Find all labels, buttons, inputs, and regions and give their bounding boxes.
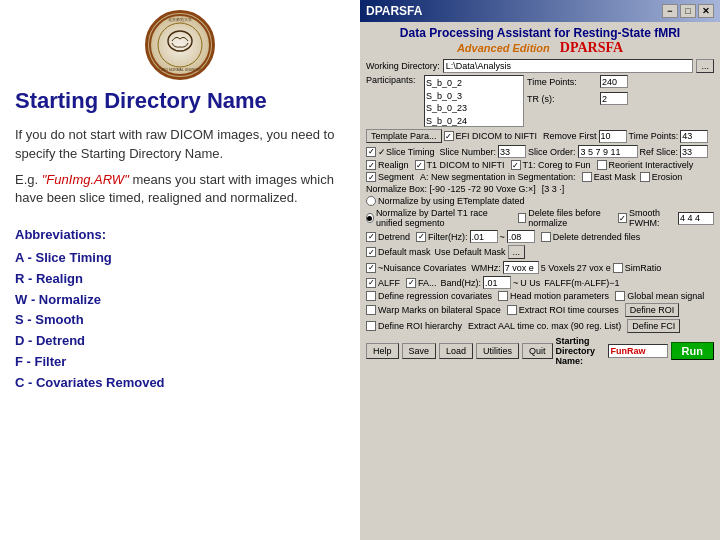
time-points-input[interactable] [600, 75, 628, 88]
coreg-checkbox[interactable] [511, 160, 521, 170]
filter-checkbox[interactable] [416, 232, 426, 242]
regression-checkbox[interactable] [366, 291, 376, 301]
define-roi-hierarchy-checkbox[interactable] [366, 321, 376, 331]
sim-ratio-checkbox[interactable] [613, 263, 623, 273]
detrend-label: Detrend [378, 232, 410, 242]
participants-list[interactable]: S_b_0_2 S_b_0_3 S_b_0_23 S_b_0_24 S_b_0_… [424, 75, 524, 127]
band-low-input[interactable] [483, 276, 511, 289]
nuisance-checkbox[interactable] [366, 263, 376, 273]
svg-point-2 [168, 31, 192, 51]
regression-label: Define regression covariates [378, 291, 492, 301]
participant-1: S_b_0_2 [426, 77, 522, 90]
roi-aal-row: Define ROI hierarchy Extract AAL time co… [366, 319, 714, 333]
band-hz-label: Band(Hz): [441, 278, 482, 288]
extract-roi-label: Extract ROI time courses [519, 305, 619, 315]
wm-input[interactable] [503, 261, 539, 274]
desc2-prefix: E.g. [15, 172, 42, 187]
delete-files-checkbox[interactable] [518, 213, 526, 223]
minimize-button[interactable]: − [662, 4, 678, 18]
titlebar: DPARSFA − □ ✕ [360, 0, 720, 22]
titlebar-buttons: − □ ✕ [662, 4, 714, 18]
tr-label: TR (s): [527, 94, 597, 104]
maximize-button[interactable]: □ [680, 4, 696, 18]
realign-checkbox[interactable] [366, 160, 376, 170]
slice-timing-checkbox[interactable] [366, 147, 376, 157]
save-button[interactable]: Save [402, 343, 437, 359]
global-mean-checkbox[interactable] [615, 291, 625, 301]
ref-slice-input[interactable] [680, 145, 708, 158]
erosion-checkbox[interactable] [640, 172, 650, 182]
desc1: If you do not start with raw DICOM image… [15, 126, 345, 162]
quit-button[interactable]: Quit [522, 343, 553, 359]
detrend-checkbox[interactable] [366, 232, 376, 242]
tr-input[interactable] [600, 92, 628, 105]
normalize-bb-row: Normalize Box: [-90 -125 -72 90 Voxe G:×… [366, 184, 714, 194]
tr-row: TR (s): [527, 92, 714, 105]
define-roi-button[interactable]: Define ROI [625, 303, 680, 317]
help-button[interactable]: Help [366, 343, 399, 359]
participant-2: S_b_0_3 [426, 90, 522, 103]
regression-row: Define regression covariates Head motion… [366, 291, 714, 301]
close-button[interactable]: ✕ [698, 4, 714, 18]
segment-checkbox[interactable] [366, 172, 376, 182]
falff-formula-label: FALFF(m·ALFF)−1 [544, 278, 619, 288]
time-tr-controls: Time Points: TR (s): [527, 75, 714, 127]
app-header: Data Processing Assistant for Resting-St… [366, 26, 714, 56]
time-pts-col-label: Time Points: [629, 131, 679, 141]
normalize-dartel-radio[interactable] [366, 213, 374, 223]
app-subtitle: Advanced Edition DPARSFA [366, 40, 714, 56]
falff-checkbox[interactable] [406, 278, 416, 288]
mask-nuisance-row: Default mask Use Default Mask ... [366, 245, 714, 259]
slice-order-input[interactable] [578, 145, 638, 158]
normalize-bb-label: Normalize Box: [-90 -125 -72 90 Voxe G:×… [366, 184, 536, 194]
working-dir-row: Working Directory: ... [366, 59, 714, 73]
abbrev-f: F - Filter [15, 352, 165, 373]
eft-dicom-checkbox[interactable] [444, 131, 454, 141]
starting-dir-label: Starting Directory Name: [556, 336, 605, 366]
t1-dicom-checkbox[interactable] [415, 160, 425, 170]
load-button[interactable]: Load [439, 343, 473, 359]
use-default-mask-browse[interactable]: ... [508, 245, 526, 259]
abbrev-r: R - Realign [15, 269, 165, 290]
use-default-mask-label: Use Default Mask [435, 247, 506, 257]
remove-first-input[interactable] [599, 130, 627, 143]
normalize-etemplate-radio[interactable] [366, 196, 376, 206]
university-logo: 北京师范大学 BEIJING NORMAL UNIVERSITY [145, 10, 215, 80]
default-mask-checkbox[interactable] [366, 247, 376, 257]
segment-label: Segment [378, 172, 414, 182]
head-motion-checkbox[interactable] [498, 291, 508, 301]
smooth-checkbox[interactable] [618, 213, 627, 223]
starting-dir-input[interactable] [608, 344, 668, 358]
alff-checkbox[interactable] [366, 278, 376, 288]
time-pts-col-input[interactable] [680, 130, 708, 143]
working-dir-browse-button[interactable]: ... [696, 59, 714, 73]
coreg-label: T1: Coreg to Fun [523, 160, 591, 170]
template-para-button[interactable]: Template Para... [366, 129, 442, 143]
delete-detrended-checkbox[interactable] [541, 232, 551, 242]
reorient-checkbox[interactable] [597, 160, 607, 170]
participants-label: Participants: [366, 75, 421, 127]
slice-num-input[interactable] [498, 145, 526, 158]
working-dir-input[interactable] [443, 59, 694, 73]
advanced-edition-label: Advanced Edition [457, 42, 550, 54]
utilities-button[interactable]: Utilities [476, 343, 519, 359]
warp-marks-checkbox[interactable] [366, 305, 376, 315]
define-fci-button[interactable]: Define FCI [627, 319, 680, 333]
filter-low-input[interactable] [470, 230, 498, 243]
nuisance-label: ~Nuisance Covariates [378, 263, 466, 273]
participant-3: S_b_0_23 [426, 102, 522, 115]
filter-tilde: ~ [500, 232, 505, 242]
realign-row: Realign T1 DICOM to NIFTI T1: Coreg to F… [366, 160, 714, 170]
run-button[interactable]: Run [671, 342, 714, 360]
vox27-label: 27 vox e [577, 263, 611, 273]
delete-files-label: Delete files before normalize [528, 208, 612, 228]
wm-label: WMHz: [471, 263, 501, 273]
time-points-label: Time Points: [527, 77, 597, 87]
band-high-label: U Us [520, 278, 540, 288]
fwhm-input[interactable] [678, 212, 714, 225]
filter-high-input[interactable] [507, 230, 535, 243]
new-seg-label: A: New segmentation in Segmentation: [420, 172, 576, 182]
abbrev-s: S - Smooth [15, 310, 165, 331]
east-mask-checkbox[interactable] [582, 172, 592, 182]
extract-roi-checkbox[interactable] [507, 305, 517, 315]
